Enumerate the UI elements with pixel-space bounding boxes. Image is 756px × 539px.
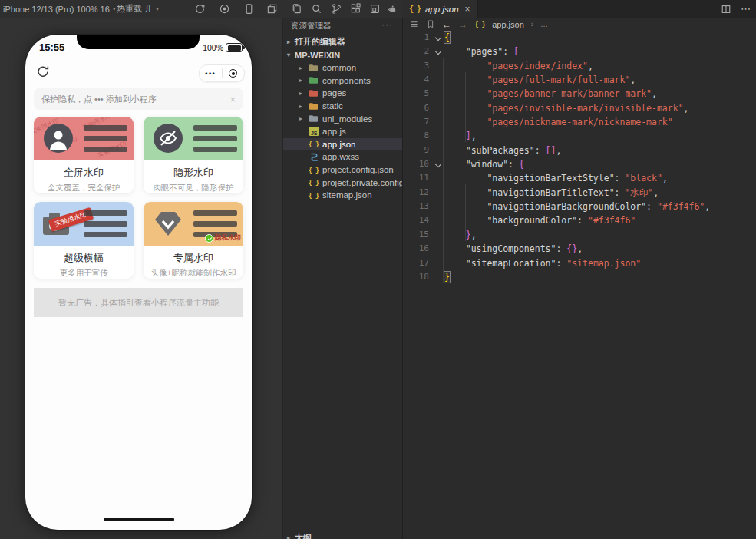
code-line[interactable]: 6 "pages/invisible-mark/invisible-mark", (403, 101, 756, 115)
code-line[interactable]: 12 "navigationBarTitleText": "水印", (403, 186, 756, 200)
device-selector[interactable]: iPhone 12/13 (Pro) 100% 16 ▾ (3, 0, 116, 18)
card-header: 隐私水印 (144, 202, 243, 246)
code-line[interactable]: 7 "pages/nickname-mark/nickname-mark" (403, 115, 756, 129)
record-icon[interactable] (218, 2, 231, 15)
line-number: 17 (403, 256, 433, 270)
code-line[interactable]: 5 "pages/banner-mark/banner-mark", (403, 87, 756, 101)
card-invisible-watermark[interactable]: 隐形水印 肉眼不可见，隐形保护 (144, 117, 243, 193)
code-line[interactable]: 13 "navigationBarBackgroundColor": "#f3f… (403, 200, 756, 213)
card-exclusive-watermark[interactable]: 隐私水印 专属水印 头像+昵称就能制作水印 (144, 202, 243, 279)
card-super-banner[interactable]: 实验用水印 超级横幅 更多用于宣传 (34, 202, 134, 279)
code-line[interactable]: 9 "subPackages": [], (403, 144, 756, 157)
chevron-down-icon: ▾ (156, 5, 159, 12)
exit-target-icon[interactable] (223, 69, 245, 78)
ad-placeholder-text: 暂无广告，具体指引查看小程序流量主功能 (58, 297, 219, 309)
code-line[interactable]: 10 "window": { (403, 157, 756, 171)
explorer-item-app-js[interactable]: JSapp.js (283, 125, 402, 138)
line-number: 4 (403, 73, 433, 87)
eye-off-icon (154, 124, 183, 153)
card-fullscreen-watermark[interactable]: 实验用水印 实验用水印 实验用水印 实验用水印 全屏水印 全文覆盖，完全保护 (34, 117, 134, 193)
extensions-icon[interactable] (349, 2, 362, 15)
line-number: 10 (403, 157, 433, 171)
fold-chevron-icon[interactable] (433, 157, 444, 171)
code-line[interactable]: 17 "sitemapLocation": "sitemap.json" (403, 256, 756, 270)
forward-icon[interactable]: → (458, 19, 467, 30)
explorer-item-project-private-config-js-[interactable]: { }project.private.config.js... (283, 176, 402, 189)
explorer-panel: 资源管理器 ··· ▸ 打开的编辑器 ▾ MP-WEIXIN ▸common▸c… (282, 18, 402, 539)
explorer-item-static[interactable]: ▸static (283, 100, 402, 113)
explorer-item-app-json[interactable]: { }app.json (283, 138, 402, 151)
files-icon[interactable] (290, 2, 303, 15)
explorer-item-app-wxss[interactable]: app.wxss (283, 150, 402, 164)
line-number: 9 (403, 144, 433, 157)
code-text: { (444, 31, 756, 45)
top-toolbar: iPhone 12/13 (Pro) 100% 16 ▾ 热重载 开 ▾ (0, 0, 756, 18)
file-label: sitemap.json (322, 190, 372, 200)
explorer-item-uni-modules[interactable]: ▸uni_modules (283, 112, 402, 125)
code-line[interactable]: 8 ], (403, 129, 756, 143)
fold-gutter (433, 73, 444, 87)
code-line[interactable]: 14 "backgroundColor": "#f3f4f6" (403, 213, 756, 227)
phone-icon[interactable] (243, 2, 256, 15)
code-line[interactable]: 16 "usingComponents": {}, (403, 242, 756, 256)
fold-gutter (433, 186, 444, 200)
code-text: "pages/nickname-mark/nickname-mark" (444, 115, 756, 129)
feature-cards: 实验用水印 实验用水印 实验用水印 实验用水印 全屏水印 全文覆盖，完全保护 (34, 117, 243, 279)
list-icon[interactable] (409, 19, 419, 29)
explorer-item-common[interactable]: ▸common (283, 61, 402, 74)
privacy-banner: 保护隐私，点 ••• 添加到小程序 × (34, 88, 243, 110)
refresh-icon[interactable] (193, 2, 206, 15)
code-line[interactable]: 1{ (403, 31, 756, 45)
hot-reload-selector[interactable]: 热重载 开 ▾ (117, 0, 159, 18)
code-line[interactable]: 4 "pages/full-mark/full-mark", (403, 73, 756, 87)
fold-chevron-icon[interactable] (433, 31, 444, 45)
code-line[interactable]: 18} (403, 270, 756, 284)
json-icon: { } (308, 190, 319, 200)
explorer-title: 资源管理器 (291, 21, 332, 31)
breadcrumb-file[interactable]: app.json (492, 20, 524, 29)
text-lines-placeholder (84, 210, 127, 243)
fold-gutter (433, 228, 444, 242)
mini-program-capsule: ••• (199, 64, 245, 82)
line-number: 16 (403, 242, 433, 256)
explorer-item-pages[interactable]: ▸pages (283, 87, 402, 100)
split-editor-icon[interactable] (721, 4, 731, 15)
layout-icon[interactable] (368, 2, 381, 15)
banner-close-icon[interactable]: × (229, 94, 236, 105)
explorer-item-sitemap-json[interactable]: { }sitemap.json (283, 189, 402, 202)
explorer-item-project-config-json[interactable]: { }project.config.json (283, 164, 402, 177)
root-folder-section[interactable]: ▾ MP-WEIXIN (283, 48, 402, 61)
teapot-icon[interactable] (386, 2, 399, 15)
breadcrumb-more[interactable]: … (540, 20, 548, 28)
page-refresh-icon[interactable] (35, 64, 51, 79)
code-line[interactable]: 2 "pages": [ (403, 45, 756, 58)
windows-icon[interactable] (266, 2, 279, 15)
card-subtitle: 更多用于宣传 (34, 268, 134, 279)
outline-section[interactable]: ▸ 大纲 (283, 531, 402, 539)
open-editors-section[interactable]: ▸ 打开的编辑器 (283, 35, 402, 48)
code-text: "navigationBarTitleText": "水印", (444, 186, 756, 200)
explorer-item-components[interactable]: ▸components (283, 74, 402, 88)
explorer-more-icon[interactable]: ··· (381, 19, 393, 30)
code-line[interactable]: 15 }, (403, 228, 756, 242)
simulator-panel: 15:55 100% ••• 保护隐私，点 ••• 添加到小程序 × (0, 18, 282, 539)
line-number: 18 (403, 270, 433, 284)
more-menu-icon[interactable]: ••• (200, 70, 222, 78)
close-icon[interactable]: × (465, 4, 470, 15)
back-icon[interactable]: ← (442, 19, 451, 30)
search-icon[interactable] (310, 2, 323, 15)
bookmark-icon[interactable] (426, 19, 435, 29)
code-line[interactable]: 11 "navigationBarTextStyle": "black", (403, 171, 756, 185)
check-icon (205, 234, 213, 243)
tab-app-json[interactable]: { } app.json × (402, 0, 478, 18)
editor-panel[interactable]: ← → { } app.json › … 1{2 "pages": [3 "pa… (402, 18, 756, 539)
battery-icon (226, 43, 243, 52)
source-control-icon[interactable] (330, 2, 343, 15)
folder-icon (308, 63, 319, 73)
fold-chevron-icon[interactable] (433, 45, 444, 58)
more-actions-icon[interactable]: ⋯ (741, 3, 751, 15)
code-area[interactable]: 1{2 "pages": [3 "pages/index/index",4 "p… (403, 31, 756, 284)
editor-toolbar: ← → { } app.json › … (403, 18, 756, 31)
code-line[interactable]: 3 "pages/index/index", (403, 59, 756, 73)
folder-icon (308, 114, 319, 124)
